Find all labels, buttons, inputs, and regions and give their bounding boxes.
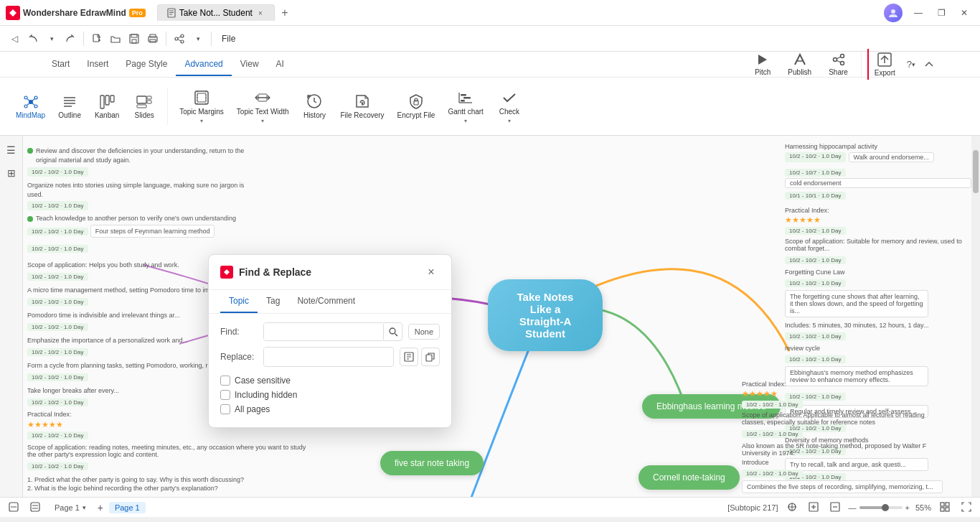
including-hidden-row[interactable]: Including hidden (220, 390, 440, 400)
mindmap-view-btn[interactable]: MindMap (11, 91, 50, 122)
tab-start[interactable]: Start (43, 53, 78, 76)
tab-tag[interactable]: Tag (258, 290, 288, 313)
svg-rect-47 (137, 105, 146, 108)
ribbon-collapse-btn[interactable] (921, 60, 937, 70)
sidebar-panel-btn[interactable]: ⊞ (3, 164, 20, 182)
slides-view-btn[interactable]: Slides (127, 91, 161, 122)
maximize-btn[interactable]: ❐ (931, 4, 951, 22)
dialog-tabs: Topic Tag Note/Comment (209, 290, 451, 314)
add-page-btn[interactable]: + (93, 500, 108, 515)
status-bar: Page 1 ▾ + Page 1 [Subtopic 217] — + (0, 497, 980, 517)
scope-lectures: Scope of application: Applicable to almo… (742, 411, 943, 426)
topic-margins-btn[interactable]: Topic Margins ▾ (174, 85, 230, 129)
svg-rect-9 (132, 39, 136, 43)
fit-icon[interactable] (784, 500, 800, 515)
find-search-btn[interactable] (383, 324, 402, 340)
svg-rect-49 (197, 93, 206, 102)
encrypt-file-btn[interactable]: Encrypt File (392, 88, 441, 124)
dropdown-btn[interactable]: ▾ (189, 30, 207, 47)
menu-file[interactable]: File (216, 31, 241, 47)
view-fit-btn[interactable] (937, 500, 953, 515)
find-replace-dialog: Find & Replace × Topic Tag Note/Comment … (208, 254, 452, 428)
combines-text: Combines the five steps of recording, si… (742, 480, 943, 493)
topic-text-width-btn[interactable]: Topic Text Width ▾ (231, 85, 295, 129)
zoom-in-icon[interactable] (806, 500, 821, 515)
svg-rect-83 (946, 503, 949, 506)
tab-view[interactable]: View (232, 53, 268, 76)
share-alt-btn[interactable] (171, 30, 188, 47)
all-pages-checkbox[interactable] (220, 404, 230, 414)
save-btn[interactable] (126, 30, 143, 47)
redo-btn[interactable] (62, 30, 79, 47)
pitch-btn[interactable]: Pitch (748, 48, 778, 80)
dialog-header: Find & Replace × (209, 255, 451, 290)
minimize-btn[interactable]: — (908, 4, 928, 22)
tab-advanced[interactable]: Advanced (176, 53, 231, 76)
undo-btn[interactable] (24, 30, 42, 47)
find-scope-btn[interactable]: None (408, 324, 440, 340)
all-pages-row[interactable]: All pages (220, 404, 440, 414)
replace-input[interactable] (264, 348, 393, 365)
forgetting-desc: The forgetting cune shows that after lea… (785, 290, 928, 317)
right-tag-1: 10/2 - 10/2 · 1.0 Day (785, 152, 846, 162)
right-tag-8: 10/2 - 10/2 · 1.0 Day (785, 355, 846, 363)
gantt-chart-btn[interactable]: Gantt chart ▾ (442, 85, 489, 129)
zoom-thumb[interactable] (882, 504, 889, 511)
tab-close-btn[interactable]: × (255, 8, 265, 18)
five-star-node[interactable]: five star note taking (380, 451, 484, 475)
replace-btns (400, 348, 440, 366)
replace-input-wrap (263, 347, 394, 367)
active-page-tab[interactable]: Page 1 (109, 502, 146, 513)
file-recovery-icon (354, 93, 371, 110)
new-btn[interactable] (88, 30, 105, 47)
tab-page-style[interactable]: Page Style (117, 53, 176, 76)
tab-insert[interactable]: Insert (78, 53, 117, 76)
add-tab-btn[interactable]: + (276, 4, 293, 22)
share-icon (831, 52, 846, 67)
replace-icon-2[interactable] (421, 348, 440, 366)
tab-note-comment[interactable]: Note/Comment (288, 290, 364, 313)
mindmap-bg[interactable]: ☰ ⊞ Review and discover the deficiencies… (0, 136, 980, 497)
including-hidden-checkbox[interactable] (220, 390, 230, 400)
topic-text-width-icon (254, 89, 271, 106)
ribbon-help-btn[interactable]: ? ▾ (904, 59, 918, 70)
print-btn[interactable] (144, 30, 161, 47)
replace-icon-1[interactable] (400, 348, 418, 366)
svg-rect-68 (426, 355, 432, 361)
svg-point-29 (24, 96, 27, 99)
all-pages-label: All pages (235, 404, 270, 414)
close-btn[interactable]: ✕ (954, 4, 974, 22)
tab-topic[interactable]: Topic (220, 290, 258, 313)
fullscreen-btn[interactable] (958, 500, 974, 515)
sidebar-expand-btn[interactable]: ☰ (3, 141, 20, 159)
history-btn[interactable]: History (296, 88, 333, 124)
find-input[interactable] (264, 323, 383, 340)
dialog-close-btn[interactable]: × (423, 264, 440, 281)
case-sensitive-checkbox[interactable] (220, 376, 230, 386)
central-node[interactable]: Take Notes Like a Straight-A Student (488, 279, 603, 351)
undo-dropdown-btn[interactable]: ▾ (43, 30, 60, 47)
publish-btn[interactable]: Publish (781, 48, 819, 80)
share-btn[interactable]: Share (821, 48, 855, 80)
check-btn[interactable]: Check ▾ (491, 85, 528, 129)
status-icon-2[interactable] (27, 500, 43, 515)
page-1-tab[interactable]: Page 1 ▾ (49, 502, 92, 513)
cornell-node[interactable]: Cornell note-taking (639, 465, 740, 490)
right-scrollbar[interactable] (971, 136, 980, 497)
left-tag-5: 10/2 - 10/2 · 1.0 Day (27, 323, 88, 331)
zoom-slider[interactable] (859, 506, 903, 509)
kanban-view-btn[interactable]: Kanban (90, 91, 124, 122)
tab-ai[interactable]: AI (268, 53, 293, 76)
case-sensitive-row[interactable]: Case sensitive (220, 376, 440, 386)
status-icon-1[interactable] (6, 500, 22, 515)
svg-point-16 (181, 40, 184, 43)
outline-view-btn[interactable]: Outline (52, 91, 87, 122)
export-btn[interactable]: Export (867, 49, 901, 80)
tab-document[interactable]: Take Not... Student × (157, 4, 275, 21)
back-btn[interactable]: ◁ (6, 30, 23, 47)
zoom-out-icon[interactable] (827, 500, 843, 515)
file-recovery-btn[interactable]: File Recovery (334, 88, 390, 124)
open-btn[interactable] (107, 30, 124, 47)
logic-text: 2. What is the logic behind recording th… (27, 485, 415, 492)
avatar[interactable] (884, 4, 903, 22)
